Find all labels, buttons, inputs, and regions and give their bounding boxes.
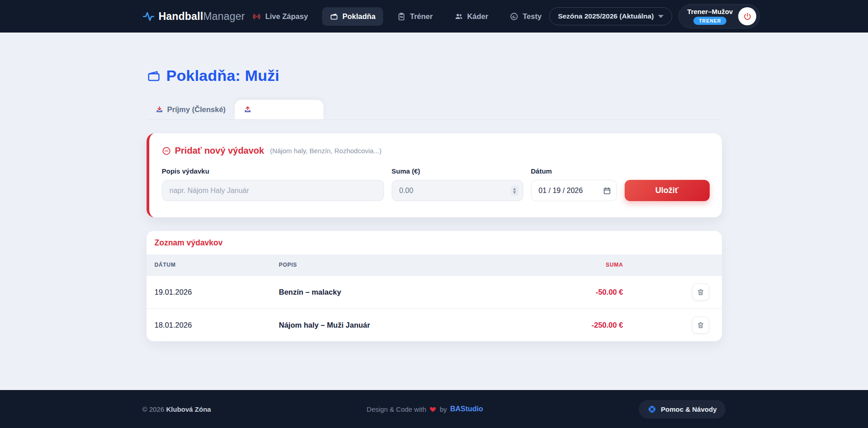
main-nav: Live Zápasy Pokladňa Tréner Káder xyxy=(245,7,549,26)
number-spinner[interactable]: ▲▼ xyxy=(511,186,519,196)
clipboard-icon xyxy=(397,12,406,21)
table-title: Zoznam výdavkov xyxy=(147,231,722,254)
user-name: Trener–Mužov xyxy=(687,8,733,15)
studio-link[interactable]: BAStudio xyxy=(450,405,483,413)
help-button[interactable]: Pomoc & Návody xyxy=(639,400,726,419)
row-amount: -250.00 € xyxy=(524,321,623,329)
suma-input[interactable] xyxy=(392,180,523,201)
inbox-tray-icon xyxy=(156,106,163,113)
main-content: Pokladňa: Muži Príjmy (Členské) xyxy=(0,33,868,390)
nav-label: Testy xyxy=(522,12,541,21)
gauge-icon xyxy=(510,12,518,21)
save-button[interactable]: Uložiť xyxy=(625,180,710,201)
nav-item-kader[interactable]: Káder xyxy=(447,7,496,26)
page-title: Pokladňa: Muži xyxy=(147,67,722,85)
chevron-down-icon xyxy=(658,15,664,18)
wallet-icon xyxy=(147,69,161,83)
logout-button[interactable] xyxy=(738,7,756,25)
page-title-text: Pokladňa: Muži xyxy=(166,67,280,85)
row-description: Nájom haly – Muži Január xyxy=(279,321,524,329)
season-label: Sezóna 2025/2026 (Aktuálna) xyxy=(558,12,654,20)
trash-icon xyxy=(697,321,704,329)
club-name: Klubová Zóna xyxy=(166,405,211,413)
nav-item-trener[interactable]: Tréner xyxy=(389,7,440,26)
delete-row-button[interactable] xyxy=(692,316,709,334)
nav-label: Káder xyxy=(467,12,489,21)
tab-prijmy[interactable]: Príjmy (Členské) xyxy=(147,100,235,119)
form-title: Pridať nový výdavok xyxy=(175,146,264,156)
nav-item-pokladna[interactable]: Pokladňa xyxy=(322,7,383,26)
add-expense-card: Pridať nový výdavok (Nájom haly, Benzín,… xyxy=(147,133,722,217)
popis-input[interactable] xyxy=(162,180,384,201)
form-hint: (Nájom haly, Benzín, Rozhodcovia...) xyxy=(270,147,382,155)
col-header-popis: POPIS xyxy=(279,262,524,268)
wallet-icon xyxy=(330,12,338,21)
tab-bar: Príjmy (Členské) xyxy=(147,100,722,120)
popis-label: Popis výdavku xyxy=(162,167,384,175)
delete-row-button[interactable] xyxy=(692,283,709,301)
row-description: Benzín – malacky xyxy=(279,288,524,296)
copyright: © 2026 Klubová Zóna xyxy=(142,405,211,413)
nav-label: Tréner xyxy=(410,12,432,21)
outbox-tray-icon xyxy=(244,106,251,113)
datum-label: Dátum xyxy=(531,167,617,175)
row-date: 19.01.2026 xyxy=(155,288,279,296)
table-row: 19.01.2026 Benzín – malacky -50.00 € xyxy=(147,275,722,308)
activity-pulse-icon xyxy=(142,10,155,23)
lifebuoy-icon xyxy=(648,405,656,414)
brand-title: HandballManager xyxy=(159,10,245,23)
nav-item-live-zapasy[interactable]: Live Zápasy xyxy=(245,7,315,26)
row-amount: -50.00 € xyxy=(524,288,623,296)
users-icon xyxy=(455,12,463,21)
trash-icon xyxy=(697,288,704,296)
brand-logo[interactable]: HandballManager xyxy=(142,10,245,23)
nav-label: Live Zápasy xyxy=(265,12,308,21)
tab-label: Príjmy (Členské) xyxy=(167,105,226,114)
nav-label: Pokladňa xyxy=(342,12,375,21)
datum-input[interactable] xyxy=(531,180,617,201)
credit: Design & Code with by BAStudio xyxy=(367,405,483,413)
role-badge: TRENER xyxy=(693,17,726,25)
table-header-row: DÁTUM POPIS SUMA xyxy=(147,254,722,275)
nav-item-testy[interactable]: Testy xyxy=(502,7,549,26)
minus-circle-icon xyxy=(162,146,171,155)
col-header-suma: SUMA xyxy=(524,262,623,268)
table-row: 18.01.2026 Nájom haly – Muži Január -250… xyxy=(147,308,722,341)
user-menu[interactable]: Trener–Mužov TRENER xyxy=(678,4,760,28)
top-navbar: HandballManager Live Zápasy Pokladňa Tré… xyxy=(0,0,868,33)
col-header-datum: DÁTUM xyxy=(155,262,279,268)
power-icon xyxy=(743,12,752,21)
heart-icon xyxy=(429,406,436,413)
season-selector[interactable]: Sezóna 2025/2026 (Aktuálna) xyxy=(549,7,672,25)
tab-vydavky[interactable] xyxy=(235,100,323,119)
help-label: Pomoc & Návody xyxy=(661,405,716,413)
suma-label: Suma (€) xyxy=(392,167,523,175)
expense-list-card: Zoznam výdavkov DÁTUM POPIS SUMA 19.01.2… xyxy=(147,231,722,341)
row-date: 18.01.2026 xyxy=(155,321,279,329)
live-broadcast-icon xyxy=(252,12,261,21)
footer: © 2026 Klubová Zóna Design & Code with b… xyxy=(0,390,868,428)
